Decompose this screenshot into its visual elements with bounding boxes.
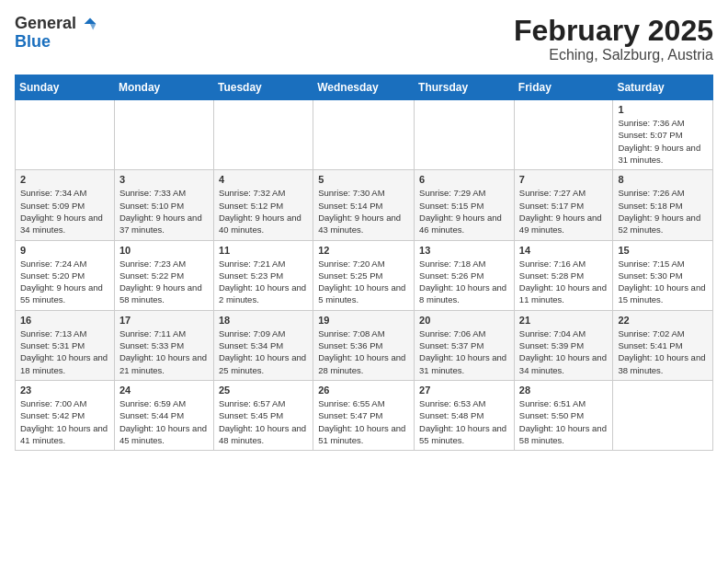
calendar-cell: 23Sunrise: 7:00 AM Sunset: 5:42 PM Dayli… xyxy=(16,380,115,450)
day-number: 3 xyxy=(119,174,209,185)
day-info: Sunrise: 7:20 AM Sunset: 5:25 PM Dayligh… xyxy=(318,258,409,306)
day-number: 9 xyxy=(20,245,109,256)
calendar-cell: 20Sunrise: 7:06 AM Sunset: 5:37 PM Dayli… xyxy=(415,310,515,380)
calendar-cell: 21Sunrise: 7:04 AM Sunset: 5:39 PM Dayli… xyxy=(514,310,613,380)
day-info: Sunrise: 7:32 AM Sunset: 5:12 PM Dayligh… xyxy=(219,187,308,236)
calendar-week-4: 16Sunrise: 7:13 AM Sunset: 5:31 PM Dayli… xyxy=(16,310,713,380)
calendar-cell: 25Sunrise: 6:57 AM Sunset: 5:45 PM Dayli… xyxy=(213,380,313,450)
calendar-cell xyxy=(613,380,713,450)
calendar-cell: 10Sunrise: 7:23 AM Sunset: 5:22 PM Dayli… xyxy=(114,240,213,310)
calendar-cell: 7Sunrise: 7:27 AM Sunset: 5:17 PM Daylig… xyxy=(514,170,613,240)
day-number: 11 xyxy=(219,245,308,256)
day-info: Sunrise: 7:16 AM Sunset: 5:28 PM Dayligh… xyxy=(519,258,609,306)
day-info: Sunrise: 7:27 AM Sunset: 5:17 PM Dayligh… xyxy=(519,187,609,236)
calendar-cell xyxy=(114,100,213,170)
calendar-cell: 28Sunrise: 6:51 AM Sunset: 5:50 PM Dayli… xyxy=(514,380,613,450)
weekday-header-friday: Friday xyxy=(514,75,613,100)
day-number: 2 xyxy=(20,174,109,185)
day-number: 14 xyxy=(519,245,609,256)
calendar-cell: 8Sunrise: 7:26 AM Sunset: 5:18 PM Daylig… xyxy=(613,170,713,240)
day-number: 13 xyxy=(419,245,509,256)
weekday-header-row: SundayMondayTuesdayWednesdayThursdayFrid… xyxy=(16,75,713,100)
calendar-cell: 13Sunrise: 7:18 AM Sunset: 5:26 PM Dayli… xyxy=(415,240,515,310)
day-number: 17 xyxy=(119,315,209,326)
day-info: Sunrise: 7:23 AM Sunset: 5:22 PM Dayligh… xyxy=(119,258,209,306)
calendar-cell xyxy=(313,100,415,170)
calendar-cell: 4Sunrise: 7:32 AM Sunset: 5:12 PM Daylig… xyxy=(213,170,313,240)
calendar-cell: 2Sunrise: 7:34 AM Sunset: 5:09 PM Daylig… xyxy=(16,170,115,240)
day-number: 21 xyxy=(519,315,609,326)
calendar-cell: 18Sunrise: 7:09 AM Sunset: 5:34 PM Dayli… xyxy=(213,310,313,380)
weekday-header-tuesday: Tuesday xyxy=(213,75,313,100)
calendar-cell: 11Sunrise: 7:21 AM Sunset: 5:23 PM Dayli… xyxy=(213,240,313,310)
day-info: Sunrise: 6:51 AM Sunset: 5:50 PM Dayligh… xyxy=(519,397,609,446)
day-info: Sunrise: 7:04 AM Sunset: 5:39 PM Dayligh… xyxy=(519,327,609,376)
day-info: Sunrise: 7:18 AM Sunset: 5:26 PM Dayligh… xyxy=(419,258,509,306)
day-number: 18 xyxy=(219,315,308,326)
calendar-table: SundayMondayTuesdayWednesdayThursdayFrid… xyxy=(15,75,713,451)
day-info: Sunrise: 6:53 AM Sunset: 5:48 PM Dayligh… xyxy=(419,397,509,446)
calendar-cell: 1Sunrise: 7:36 AM Sunset: 5:07 PM Daylig… xyxy=(613,100,713,170)
day-number: 1 xyxy=(618,104,708,115)
calendar-cell: 6Sunrise: 7:29 AM Sunset: 5:15 PM Daylig… xyxy=(415,170,515,240)
day-info: Sunrise: 7:29 AM Sunset: 5:15 PM Dayligh… xyxy=(419,187,509,236)
weekday-header-thursday: Thursday xyxy=(415,75,515,100)
day-info: Sunrise: 7:02 AM Sunset: 5:41 PM Dayligh… xyxy=(618,327,708,376)
calendar-cell xyxy=(213,100,313,170)
calendar-week-2: 2Sunrise: 7:34 AM Sunset: 5:09 PM Daylig… xyxy=(16,170,713,240)
day-number: 5 xyxy=(318,174,409,185)
logo: General Blue xyxy=(15,15,97,52)
day-number: 19 xyxy=(318,315,409,326)
day-info: Sunrise: 7:34 AM Sunset: 5:09 PM Dayligh… xyxy=(20,187,109,236)
calendar-cell: 22Sunrise: 7:02 AM Sunset: 5:41 PM Dayli… xyxy=(613,310,713,380)
month-title: February 2025 xyxy=(514,15,713,47)
location-title: Eching, Salzburg, Austria xyxy=(514,47,713,63)
calendar-cell xyxy=(16,100,115,170)
calendar-cell: 15Sunrise: 7:15 AM Sunset: 5:30 PM Dayli… xyxy=(613,240,713,310)
calendar-week-5: 23Sunrise: 7:00 AM Sunset: 5:42 PM Dayli… xyxy=(16,380,713,450)
calendar-cell: 26Sunrise: 6:55 AM Sunset: 5:47 PM Dayli… xyxy=(313,380,415,450)
day-info: Sunrise: 7:15 AM Sunset: 5:30 PM Dayligh… xyxy=(618,258,708,306)
day-info: Sunrise: 7:06 AM Sunset: 5:37 PM Dayligh… xyxy=(419,327,509,376)
day-info: Sunrise: 6:55 AM Sunset: 5:47 PM Dayligh… xyxy=(318,397,409,446)
calendar-cell: 14Sunrise: 7:16 AM Sunset: 5:28 PM Dayli… xyxy=(514,240,613,310)
day-number: 7 xyxy=(519,174,609,185)
day-number: 6 xyxy=(419,174,509,185)
day-info: Sunrise: 7:30 AM Sunset: 5:14 PM Dayligh… xyxy=(318,187,409,236)
calendar-cell xyxy=(514,100,613,170)
calendar-cell xyxy=(415,100,515,170)
calendar-cell: 5Sunrise: 7:30 AM Sunset: 5:14 PM Daylig… xyxy=(313,170,415,240)
weekday-header-monday: Monday xyxy=(114,75,213,100)
calendar-cell: 17Sunrise: 7:11 AM Sunset: 5:33 PM Dayli… xyxy=(114,310,213,380)
day-number: 10 xyxy=(119,245,209,256)
day-number: 25 xyxy=(219,385,308,396)
day-info: Sunrise: 7:09 AM Sunset: 5:34 PM Dayligh… xyxy=(219,327,308,376)
day-info: Sunrise: 7:08 AM Sunset: 5:36 PM Dayligh… xyxy=(318,327,409,376)
day-info: Sunrise: 7:13 AM Sunset: 5:31 PM Dayligh… xyxy=(20,327,109,376)
day-number: 24 xyxy=(119,385,209,396)
calendar-cell: 12Sunrise: 7:20 AM Sunset: 5:25 PM Dayli… xyxy=(313,240,415,310)
calendar-week-3: 9Sunrise: 7:24 AM Sunset: 5:20 PM Daylig… xyxy=(16,240,713,310)
day-number: 12 xyxy=(318,245,409,256)
calendar-cell: 3Sunrise: 7:33 AM Sunset: 5:10 PM Daylig… xyxy=(114,170,213,240)
weekday-header-sunday: Sunday xyxy=(16,75,115,100)
day-info: Sunrise: 7:24 AM Sunset: 5:20 PM Dayligh… xyxy=(20,258,109,306)
calendar-cell: 19Sunrise: 7:08 AM Sunset: 5:36 PM Dayli… xyxy=(313,310,415,380)
weekday-header-wednesday: Wednesday xyxy=(313,75,415,100)
header: General Blue February 2025 Eching, Salzb… xyxy=(15,15,713,63)
logo-general: General xyxy=(15,14,76,32)
weekday-header-saturday: Saturday xyxy=(613,75,713,100)
day-info: Sunrise: 6:59 AM Sunset: 5:44 PM Dayligh… xyxy=(119,397,209,446)
day-number: 8 xyxy=(618,174,708,185)
day-number: 4 xyxy=(219,174,308,185)
day-number: 20 xyxy=(419,315,509,326)
day-info: Sunrise: 7:36 AM Sunset: 5:07 PM Dayligh… xyxy=(618,117,708,166)
day-number: 23 xyxy=(20,385,109,396)
day-info: Sunrise: 7:26 AM Sunset: 5:18 PM Dayligh… xyxy=(618,187,708,236)
day-info: Sunrise: 7:00 AM Sunset: 5:42 PM Dayligh… xyxy=(20,397,109,446)
svg-marker-0 xyxy=(85,18,97,24)
calendar-week-1: 1Sunrise: 7:36 AM Sunset: 5:07 PM Daylig… xyxy=(16,100,713,170)
logo-icon xyxy=(83,17,97,31)
day-number: 22 xyxy=(618,315,708,326)
logo-blue: Blue xyxy=(15,33,97,52)
